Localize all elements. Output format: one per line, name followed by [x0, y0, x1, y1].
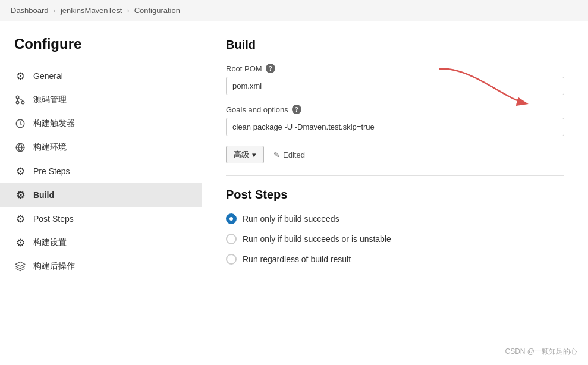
breadcrumb-dashboard[interactable]: Dashboard [11, 6, 49, 15]
radio-option-regardless[interactable]: Run regardless of build result [226, 254, 564, 265]
radio-btn-regardless[interactable] [226, 254, 237, 265]
sidebar-item-label: 构建后操作 [33, 261, 75, 272]
gear-icon-settings: ⚙ [14, 237, 26, 248]
radio-option-unstable[interactable]: Run only if build succeeds or is unstabl… [226, 234, 564, 244]
radio-btn-unstable[interactable] [226, 234, 237, 244]
globe-icon [14, 141, 26, 153]
gear-icon: ⚙ [14, 70, 26, 82]
radio-btn-success[interactable] [226, 213, 237, 224]
root-pom-help-icon[interactable]: ? [266, 64, 275, 73]
root-pom-label: Root POM ? [226, 64, 564, 73]
main-content: Build Root POM ? Goals and options ? [202, 21, 588, 364]
edited-indicator: ✎ Edited [273, 150, 305, 159]
root-pom-input[interactable] [226, 77, 564, 95]
advanced-label: 高级 [234, 149, 249, 160]
clock-icon [14, 118, 26, 130]
sidebar-item-label: Pre Steps [33, 166, 70, 176]
root-pom-group: Root POM ? [226, 64, 564, 95]
breadcrumb: Dashboard › jenkinsMavenTest › Configura… [0, 0, 588, 21]
radio-option-success[interactable]: Run only if build succeeds [226, 213, 564, 224]
sidebar-item-label: 构建触发器 [33, 118, 75, 129]
build-title: Build [226, 38, 564, 52]
breadcrumb-project[interactable]: jenkinsMavenTest [61, 6, 122, 15]
gear-icon-build: ⚙ [14, 189, 26, 201]
breadcrumb-current: Configuration [134, 6, 180, 15]
sidebar-item-label: General [33, 71, 63, 81]
goals-input[interactable] [226, 118, 564, 136]
sidebar-item-poststeps[interactable]: ⚙ Post Steps [0, 207, 202, 231]
sidebar-title: Configure [0, 36, 202, 64]
goals-group: Goals and options ? [226, 105, 564, 136]
sidebar: Configure ⚙ General 源码管理 构建触发器 构建环境 [0, 21, 202, 364]
sidebar-item-settings[interactable]: ⚙ 构建设置 [0, 231, 202, 254]
sidebar-item-general[interactable]: ⚙ General [0, 64, 202, 88]
radio-label-regardless: Run regardless of build result [243, 254, 351, 264]
radio-label-success: Run only if build succeeds [243, 214, 339, 224]
sidebar-item-label: Post Steps [33, 214, 74, 224]
goals-help-icon[interactable]: ? [292, 105, 301, 114]
sidebar-item-label: Build [33, 190, 54, 200]
sidebar-item-build[interactable]: ⚙ Build [0, 183, 202, 207]
post-steps-section: Post Steps Run only if build succeeds Ru… [226, 188, 564, 265]
sidebar-item-env[interactable]: 构建环境 [0, 136, 202, 159]
sidebar-item-triggers[interactable]: 构建触发器 [0, 112, 202, 136]
section-divider [226, 175, 564, 176]
cube-icon [14, 260, 26, 272]
breadcrumb-sep-1: › [54, 6, 56, 15]
sidebar-item-source[interactable]: 源码管理 [0, 88, 202, 112]
branch-icon [14, 94, 26, 106]
sidebar-item-label: 源码管理 [33, 95, 67, 105]
sidebar-item-label: 构建环境 [33, 142, 67, 153]
build-section: Build Root POM ? Goals and options ? [226, 38, 564, 163]
build-actions: 高级 ▾ ✎ Edited [226, 146, 564, 163]
gear-icon-presteps: ⚙ [14, 165, 26, 177]
goals-label: Goals and options ? [226, 105, 564, 114]
breadcrumb-sep-2: › [127, 6, 129, 15]
sidebar-item-presteps[interactable]: ⚙ Pre Steps [0, 159, 202, 183]
sidebar-item-label: 构建设置 [33, 237, 67, 248]
sidebar-item-postbuild[interactable]: 构建后操作 [0, 254, 202, 278]
advanced-button[interactable]: 高级 ▾ [226, 146, 264, 163]
edited-text: Edited [283, 150, 305, 159]
post-steps-title: Post Steps [226, 188, 564, 202]
radio-label-unstable: Run only if build succeeds or is unstabl… [243, 234, 391, 244]
watermark: CSDN @一颗知足的心 [505, 347, 577, 357]
pencil-icon: ✎ [273, 150, 280, 159]
chevron-down-icon: ▾ [252, 150, 256, 159]
gear-icon-poststeps: ⚙ [14, 213, 26, 225]
